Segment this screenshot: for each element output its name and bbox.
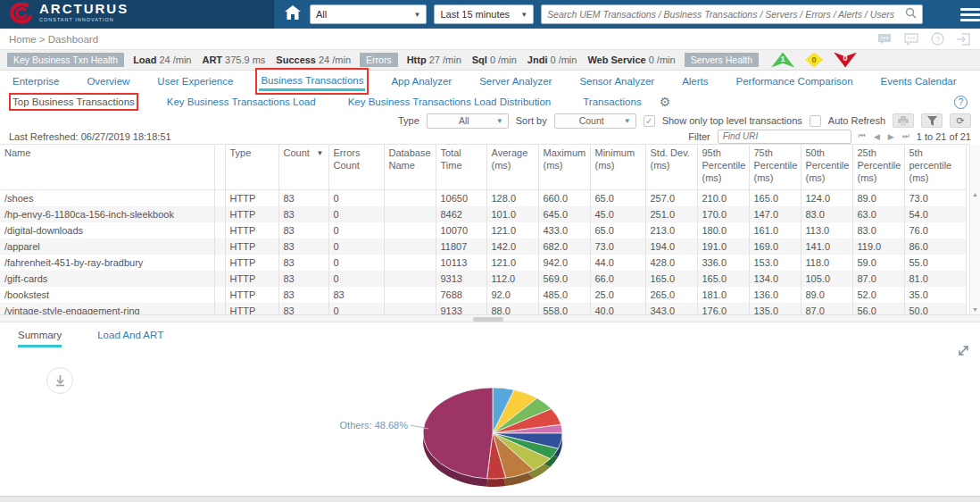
column-header-maximum-ms-[interactable]: Maximum (ms) <box>538 145 590 189</box>
cell: 343.0 <box>645 303 697 315</box>
type-select[interactable]: All ▼ <box>427 113 509 129</box>
servers-warning-icon[interactable]: 0 <box>805 53 823 68</box>
tab-sensor-analyzer[interactable]: Sensor Analyzer <box>577 72 656 89</box>
column-header-minimum-ms-[interactable]: Minimum (ms) <box>590 145 645 189</box>
cell: HTTP <box>225 255 278 271</box>
column-header-spacer[interactable] <box>214 145 225 189</box>
pagination-text: 1 to 21 of 21 <box>917 131 971 142</box>
top-level-checkbox[interactable]: ✓ <box>644 115 655 127</box>
logout-icon[interactable] <box>957 33 971 46</box>
summary-tab-load-and-art[interactable]: Load And ART <box>97 330 163 347</box>
global-search[interactable] <box>541 4 923 24</box>
tab-alerts[interactable]: Alerts <box>680 72 710 89</box>
tab-business-transactions[interactable]: Business Transactions <box>259 71 365 91</box>
table-header-row: NameTypeCount▼Errors CountDatabase NameT… <box>0 145 966 189</box>
refresh-icon[interactable]: ⟳ <box>950 113 971 128</box>
table-row[interactable]: /vintage-style-engagement-ringHTTP830913… <box>0 303 966 315</box>
subtab-top-business-transactions[interactable]: Top Business Transactions <box>12 96 135 107</box>
gear-icon[interactable]: ⚙ <box>660 95 671 109</box>
sort-select-value: Count <box>579 115 604 126</box>
table-row[interactable]: /bookstestHTTP8383768892.0485.025.0265.0… <box>0 287 966 303</box>
cell: 9133 <box>436 303 486 315</box>
table-row[interactable]: /shoesHTTP83010650128.0660.065.0257.0210… <box>0 189 966 206</box>
horizontal-scrollbar[interactable] <box>0 314 980 322</box>
column-header-name[interactable]: Name <box>0 145 214 189</box>
cell: 153.0 <box>749 255 801 271</box>
column-header-type[interactable]: Type <box>225 145 278 189</box>
cell: HTTP <box>225 238 278 255</box>
panel-help-icon[interactable]: ? <box>954 96 968 109</box>
chevron-down-icon: ▼ <box>496 117 503 125</box>
table-row[interactable]: /hp-envy-6-1180ca-156-inch-sleekbookHTTP… <box>0 206 966 222</box>
column-header-total-time[interactable]: Total Time <box>436 145 486 189</box>
first-page-icon[interactable]: ⏮ <box>859 131 866 141</box>
breadcrumb-actions: ? <box>877 32 971 46</box>
table-row[interactable]: /fahrenheit-451-by-ray-bradburyHTTP83010… <box>0 255 966 271</box>
cell: 63.0 <box>852 206 904 222</box>
cell: /vintage-style-engagement-ring <box>0 303 214 315</box>
scroll-down-icon[interactable]: ▼ <box>972 306 978 313</box>
next-page-icon[interactable]: ▶ <box>888 132 894 141</box>
cell: 485.0 <box>538 287 590 303</box>
expand-icon[interactable] <box>958 344 969 360</box>
print-icon[interactable] <box>893 113 914 128</box>
cell: 45.0 <box>590 206 645 222</box>
chat-filled-icon[interactable] <box>877 33 892 46</box>
auto-refresh-checkbox[interactable] <box>810 115 821 127</box>
vertical-scrollbar[interactable]: ▲ ▼ <box>969 145 980 314</box>
summary-tab-summary[interactable]: Summary <box>18 330 62 347</box>
cell: 10650 <box>436 189 486 206</box>
prev-page-icon[interactable]: ◀ <box>874 132 880 141</box>
cell: 65.0 <box>590 222 645 238</box>
scroll-up-icon[interactable]: ▲ <box>972 191 978 197</box>
tab-events-calendar[interactable]: Events Calendar <box>879 72 959 89</box>
scrollbar-thumb[interactable] <box>473 317 503 322</box>
column-header-5th-percentile-ms-[interactable]: 5th percentile (ms) <box>904 145 966 189</box>
column-header-errors-count[interactable]: Errors Count <box>328 145 384 189</box>
menu-icon[interactable] <box>960 5 980 24</box>
cell: 194.0 <box>645 238 697 255</box>
chat-outline-icon[interactable] <box>904 33 918 46</box>
sort-desc-icon[interactable]: ▼ <box>317 149 324 158</box>
table-row[interactable]: /digital-downloadsHTTP83010070121.0433.0… <box>0 222 966 238</box>
transactions-pie-chart[interactable]: Others: 48.68% <box>295 374 705 499</box>
search-input[interactable] <box>547 9 905 20</box>
breadcrumb[interactable]: Home > Dashboard <box>9 34 98 45</box>
table-row[interactable]: /gift-cardsHTTP8309313112.0569.066.0165.… <box>0 271 966 287</box>
scope-select[interactable]: All ▼ <box>310 4 428 24</box>
search-icon[interactable] <box>905 6 917 22</box>
tab-overview[interactable]: Overview <box>85 72 131 89</box>
sort-select[interactable]: Count ▼ <box>554 113 636 129</box>
subtab-transactions[interactable]: Transactions <box>583 96 641 107</box>
tab-app-analyzer[interactable]: App Analyzer <box>389 72 453 89</box>
time-range-select[interactable]: Last 15 minutes ▼ <box>434 4 534 24</box>
filter-icon[interactable] <box>921 113 943 128</box>
tab-performance-comparison[interactable]: Performance Comparison <box>735 72 855 89</box>
cell: 660.0 <box>538 189 590 206</box>
brand-logo[interactable]: ARCTURUS CONSTANT INNOVATION <box>0 0 274 29</box>
help-icon[interactable]: ? <box>931 32 944 46</box>
column-header-95th-percentile-ms-[interactable]: 95th Percentile (ms) <box>697 145 749 189</box>
column-header-count[interactable]: Count▼ <box>278 145 328 189</box>
table-row[interactable]: /apparelHTTP83011807142.0682.073.0194.01… <box>0 238 966 255</box>
column-header-database-name[interactable]: Database Name <box>384 145 436 189</box>
tab-user-experience[interactable]: User Experience <box>155 72 235 89</box>
filter-input[interactable] <box>718 130 851 144</box>
cell: 165.0 <box>645 271 697 287</box>
tab-server-analyzer[interactable]: Server Analyzer <box>478 72 553 89</box>
column-header-75th-percentile-ms-[interactable]: 75th Percentile (ms) <box>749 145 801 189</box>
subtab-key-business-transactions-load[interactable]: Key Business Transactions Load <box>167 96 316 107</box>
column-header-50th-percentile-ms-[interactable]: 50th Percentile (ms) <box>801 145 852 189</box>
last-page-icon[interactable]: ⏭ <box>902 131 909 141</box>
column-header-average-ms-[interactable]: Average (ms) <box>486 145 538 189</box>
cell: 83 <box>278 303 328 315</box>
servers-down-icon[interactable]: 0 <box>834 53 857 68</box>
column-header-std-dev-ms-[interactable]: Std. Dev. (ms) <box>645 145 697 189</box>
download-chart-button[interactable] <box>46 367 73 394</box>
tab-enterprise[interactable]: Enterprise <box>11 72 61 89</box>
table-controls: Type All ▼ Sort by Count ▼ ✓ Show only t… <box>0 113 980 129</box>
subtab-key-business-transactions-load-distribution[interactable]: Key Business Transactions Load Distribut… <box>348 96 552 107</box>
home-icon[interactable] <box>285 5 301 23</box>
column-header-25th-percentile-ms-[interactable]: 25th Percentile (ms) <box>852 145 904 189</box>
servers-up-icon[interactable]: 1 <box>771 53 794 68</box>
